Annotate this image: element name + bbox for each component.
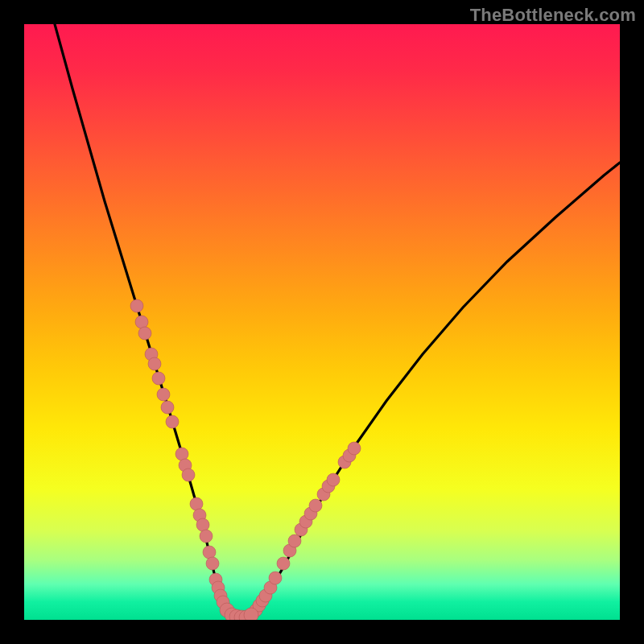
data-marker <box>157 388 170 401</box>
data-marker <box>196 518 209 531</box>
data-marker <box>288 535 301 547</box>
bottleneck-curve <box>24 24 620 620</box>
data-marker <box>138 327 151 340</box>
data-marker <box>348 442 361 455</box>
data-marker <box>309 499 322 512</box>
data-marker <box>152 372 165 385</box>
plot-area <box>24 24 620 620</box>
data-marker <box>244 608 258 620</box>
data-marker <box>206 557 219 570</box>
data-marker <box>200 530 213 543</box>
data-marker <box>182 469 195 481</box>
data-marker <box>161 401 174 414</box>
data-marker <box>327 473 340 486</box>
data-marker <box>175 448 188 460</box>
data-marker <box>277 557 290 570</box>
data-marker <box>269 572 282 584</box>
data-marker <box>148 357 161 370</box>
data-marker <box>190 497 203 510</box>
data-marker <box>130 299 143 312</box>
data-marker <box>203 546 216 559</box>
chart-container: TheBottleneck.com <box>0 0 644 644</box>
data-marker <box>166 415 179 428</box>
data-marker <box>135 316 148 328</box>
watermark-text: TheBottleneck.com <box>470 5 636 26</box>
